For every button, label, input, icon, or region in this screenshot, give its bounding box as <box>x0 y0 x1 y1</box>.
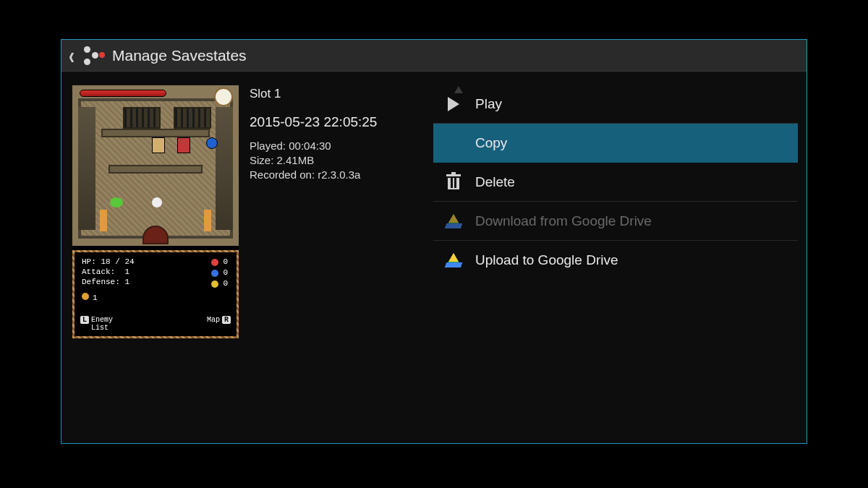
stat-defense: Defense: 1 <box>82 278 129 286</box>
content-area: HP: 18 / 24 Attack: 1 Defense: 1 0 0 0 1… <box>61 72 807 443</box>
savestate-thumbnail[interactable]: HP: 18 / 24 Attack: 1 Defense: 1 0 0 0 1… <box>72 85 239 339</box>
download-drive-action[interactable]: Download from Google Drive <box>433 202 798 241</box>
upload-drive-action[interactable]: Upload to Google Drive <box>433 241 798 280</box>
play-icon <box>445 97 462 111</box>
app-logo-icon <box>82 44 105 67</box>
savestate-metadata: Slot 1 2015-05-23 22:05:25 Played: 00:04… <box>250 85 419 443</box>
recorded-version: Recorded on: r2.3.0.3a <box>250 168 419 182</box>
svg-rect-0 <box>451 140 459 147</box>
titlebar: ‹ Manage Savestates <box>61 40 807 72</box>
action-list: Play Copy Delete Download from Google Dr… <box>433 85 798 443</box>
trash-icon <box>445 174 462 189</box>
copy-action[interactable]: Copy <box>433 124 798 163</box>
google-drive-icon <box>445 253 462 267</box>
savestate-panel: HP: 18 / 24 Attack: 1 Defense: 1 0 0 0 1… <box>72 85 419 443</box>
delete-label: Delete <box>475 174 515 190</box>
page-title: Manage Savestates <box>112 47 247 64</box>
map-button: MapR <box>207 316 231 332</box>
savestates-dialog: ‹ Manage Savestates <box>61 39 807 444</box>
copy-icon <box>445 136 462 150</box>
stat-hp: HP: 18 / 24 <box>82 257 135 266</box>
back-icon[interactable]: ‹ <box>69 41 75 69</box>
enemy-list-button: LEnemy List <box>80 316 113 332</box>
play-label: Play <box>475 96 502 112</box>
google-drive-icon <box>445 214 462 228</box>
save-timestamp: 2015-05-23 22:05:25 <box>250 113 419 132</box>
slot-label: Slot 1 <box>250 86 419 103</box>
copy-label: Copy <box>475 135 507 151</box>
save-size: Size: 2.41MB <box>250 153 419 168</box>
played-time: Played: 00:04:30 <box>250 139 419 153</box>
coin-count: 1 <box>82 293 98 302</box>
play-action[interactable]: Play <box>433 85 798 124</box>
upload-label: Upload to Google Drive <box>475 252 618 268</box>
key-counts: 0 0 0 <box>211 257 228 289</box>
delete-action[interactable]: Delete <box>433 163 798 202</box>
stat-attack: Attack: 1 <box>82 267 129 276</box>
download-label: Download from Google Drive <box>475 213 652 229</box>
